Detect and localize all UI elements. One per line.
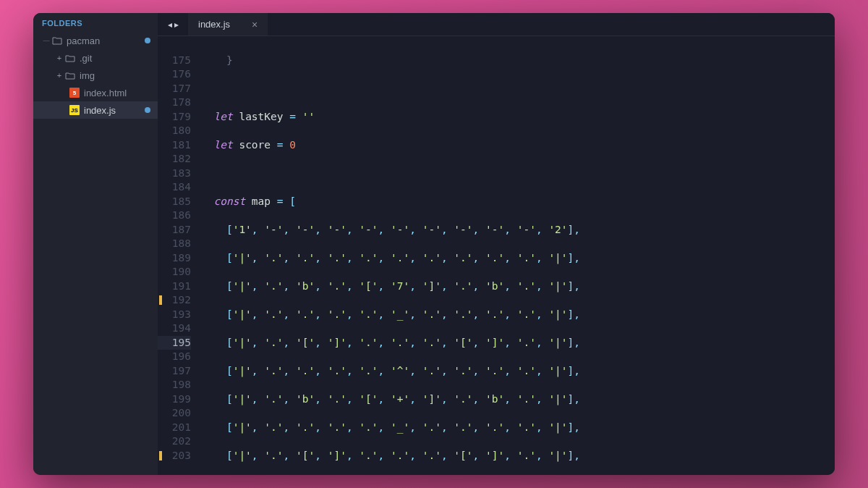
code-editor[interactable]: 1751761771781791801811821831841851861871… [158, 36, 835, 475]
tree-file-index-html[interactable]: 5 index.html [33, 84, 158, 101]
tab-nav-arrows[interactable]: ◂ ▸ [158, 13, 188, 35]
js-file-icon: JS [68, 105, 81, 115]
main-area: ◂ ▸ index.js × 1751761771781791801811821… [158, 13, 835, 475]
code-line: ['|', '.', 'b', '.', '[', '+', ']', '.',… [201, 392, 835, 407]
code-line: let lastKey = '' [201, 110, 835, 125]
folder-icon [64, 54, 77, 62]
code-line: const map = [ [201, 195, 835, 209]
code-line: ['|', '.', '.', '.', '.', '^', '.', '.',… [201, 364, 835, 379]
close-icon[interactable]: × [252, 19, 258, 30]
folder-open-icon [51, 36, 64, 45]
tree-label: pacman [67, 35, 145, 46]
code-line [201, 82, 835, 96]
html-file-icon: 5 [68, 88, 81, 98]
modified-dot-icon [145, 107, 150, 113]
tab-index-js[interactable]: index.js × [188, 13, 268, 35]
code-line [201, 167, 835, 181]
plus-icon: + [55, 71, 64, 80]
code-line: ['|', '.', '.', '.', '.', '.', '.', '.',… [201, 251, 835, 266]
tree-label: index.html [84, 88, 153, 98]
arrow-right-icon[interactable]: ▸ [174, 20, 179, 30]
tree-folder-git[interactable]: + .git [33, 49, 158, 67]
tab-title: index.js [198, 19, 230, 30]
chevron-down-icon: — [42, 37, 51, 44]
folder-icon [64, 71, 77, 80]
sidebar-header: FOLDERS [33, 13, 158, 32]
code-line: ['|', '.', '[', ']', '.', '.', '.', '[',… [201, 449, 835, 463]
code-line: ['|', '.', '.', '.', '.', '_', '.', '.',… [201, 308, 835, 322]
tree-file-index-js[interactable]: JS index.js [33, 101, 158, 119]
arrow-left-icon[interactable]: ◂ [168, 20, 172, 30]
tree-label: index.js [84, 105, 145, 116]
modified-dot-icon [145, 38, 150, 43]
plus-icon: + [55, 54, 64, 62]
tree-label: img [80, 70, 153, 81]
code-line: ['1', '-', '-', '-', '-', '-', '-', '-',… [201, 223, 835, 237]
tree-folder-img[interactable]: + img [33, 67, 158, 84]
tree-root-folder[interactable]: — pacman [33, 32, 158, 49]
sidebar: FOLDERS — pacman + .git + img 5 index [33, 13, 158, 475]
code-line: ['|', '.', '[', ']', '.', '.', '.', '[',… [201, 336, 835, 350]
code-line: ['|', '.', '.', '.', '.', '_', '.', '.',… [201, 421, 835, 435]
tree-label: .git [80, 53, 153, 64]
code-line: } [201, 54, 835, 68]
editor-window: FOLDERS — pacman + .git + img 5 index [33, 13, 835, 475]
line-gutter: 1751761771781791801811821831841851861871… [158, 36, 201, 475]
code-content[interactable]: } let lastKey = '' let score = 0 const m… [201, 36, 835, 475]
tab-bar: ◂ ▸ index.js × [158, 13, 835, 36]
code-line: let score = 0 [201, 138, 835, 153]
code-line: ['|', '.', 'b', '.', '[', '7', ']', '.',… [201, 279, 835, 294]
